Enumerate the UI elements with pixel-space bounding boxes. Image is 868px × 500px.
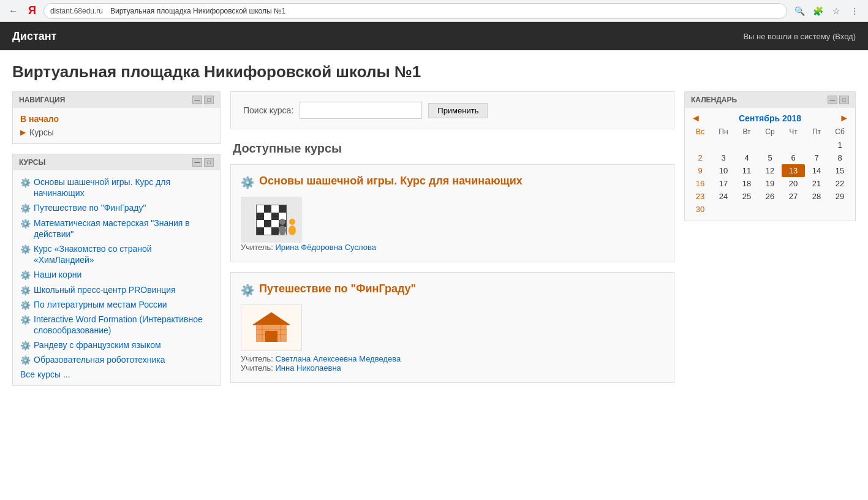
cal-day-12[interactable]: 12 [758,164,782,177]
courses-minimize-icon[interactable]: — [192,158,202,167]
cal-day-28[interactable]: 28 [805,190,828,203]
login-status: Вы не вошли в систему (Вход) [743,32,856,41]
cal-header-sat: Сб [828,126,851,137]
cal-day-8[interactable]: 8 [828,151,851,164]
courses-restore-icon[interactable]: □ [204,158,214,167]
teacher-name-1[interactable]: Ирина Фёдоровна Суслова [276,243,376,252]
nav-minimize-icon[interactable]: — [192,96,202,104]
cal-day-21[interactable]: 21 [805,177,828,190]
cal-day-empty [782,138,805,151]
cal-day-14[interactable]: 14 [805,164,828,177]
cal-day-10[interactable]: 10 [712,164,735,177]
teacher2-name-2[interactable]: Инна Николаевна [276,363,341,373]
cal-day-1[interactable]: 1 [828,138,851,151]
fingrad-logo [247,309,296,346]
cal-day-22[interactable]: 22 [828,177,851,190]
teacher2-label-2: Учитель: [241,363,273,373]
cal-day-20[interactable]: 20 [782,177,805,190]
all-courses-link[interactable]: Все курсы ... [20,369,213,379]
cal-day-16[interactable]: 16 [689,177,712,190]
teacher-name-2[interactable]: Светлана Алексеевна Медведева [276,354,401,363]
cal-day-2[interactable]: 2 [689,151,712,164]
sidebar-course-item-9[interactable]: ⚙️ Рандеву с французским языком [20,339,213,350]
nav-arrow-icon: ▶ [20,128,26,137]
cal-day-15[interactable]: 15 [828,164,851,177]
cal-day-26[interactable]: 26 [758,190,782,203]
sidebar-course-label-3: Математическая мастерская "Знания в дейс… [34,218,213,240]
navigation-block-header: НАВИГАЦИЯ — □ [13,92,220,108]
cal-day-18[interactable]: 18 [735,177,758,190]
sidebar-course-label-5: Наши корни [34,269,81,280]
calendar-minimize-icon[interactable]: — [828,96,837,104]
sidebar-course-label-9: Рандеву с французским языком [34,339,161,350]
sidebar-course-item-6[interactable]: ⚙️ Школьный пресс-центр PROвинция [20,284,213,295]
cal-day-4[interactable]: 4 [735,151,758,164]
browser-bookmark-btn[interactable]: ☆ [829,4,843,18]
cal-header-sun: Вс [689,126,712,137]
sidebar-course-item-1[interactable]: ⚙️ Основы шашечной игры. Курс для начина… [20,176,213,199]
course-icon-7: ⚙️ [20,300,30,309]
cal-day-9[interactable]: 9 [689,164,712,177]
cal-day-23[interactable]: 23 [689,190,712,203]
cal-day-empty [712,203,735,216]
calendar-day-headers: Вс Пн Вт Ср Чт Пт Сб [689,126,851,137]
calendar-next-button[interactable]: ► [839,113,849,124]
search-apply-button[interactable]: Применить [428,103,488,118]
cal-day-empty [805,138,828,151]
sidebar-course-item-4[interactable]: ⚙️ Курс «Знакомство со страной «ХимЛанди… [20,243,213,265]
cal-day-27[interactable]: 27 [782,190,805,203]
cal-day-empty [805,203,828,216]
cal-day-empty [782,203,805,216]
sidebar-course-item-2[interactable]: ⚙️ Путешествие по "ФинГраду" [20,202,213,213]
search-input[interactable] [300,102,422,119]
cal-day-13-today[interactable]: 13 [782,164,805,177]
sidebar-course-item-8[interactable]: ⚙️ Interactive Word Formation (Интеракти… [20,314,213,336]
browser-menu-btn[interactable]: ⋮ [847,4,862,18]
cal-day-11[interactable]: 11 [735,164,758,177]
sidebar-course-item-7[interactable]: ⚙️ По литературным местам России [20,299,213,310]
sidebar-course-item-10[interactable]: ⚙️ Образовательная робототехника [20,354,213,365]
cal-day-29[interactable]: 29 [828,190,851,203]
cal-week-2: 2 3 4 5 6 7 8 [689,151,851,164]
sidebar-course-label-8: Interactive Word Formation (Интерактивно… [34,314,213,336]
cal-day-30[interactable]: 30 [689,203,712,216]
courses-block-header: КУРСЫ — □ [13,154,220,170]
cal-day-19[interactable]: 19 [758,177,782,190]
sidebar-course-item-5[interactable]: ⚙️ Наши корни [20,269,213,280]
course-card-icon-2: ⚙️ [241,284,254,297]
sidebar-course-item-3[interactable]: ⚙️ Математическая мастерская "Знания в д… [20,218,213,240]
calendar-month-year: Сентябрь 2018 [739,113,801,123]
cal-day-25[interactable]: 25 [735,190,758,203]
cal-header-tue: Вт [735,126,758,137]
right-sidebar: КАЛЕНДАРЬ — □ ◄ Сентябрь 2018 ► Вс Пн Вт [684,91,856,221]
calendar-restore-icon[interactable]: □ [839,96,849,104]
sidebar-course-label-7: По литературным местам России [34,299,167,310]
svg-point-3 [279,225,286,235]
url-title: Виртуальная площадка Никифоровской школы… [110,7,286,15]
back-button[interactable]: ← [6,4,21,18]
nav-restore-icon[interactable]: □ [204,96,214,104]
calendar-block: КАЛЕНДАРЬ — □ ◄ Сентябрь 2018 ► Вс Пн Вт [684,91,856,221]
page-title: Виртуальная площадка Никифоровской школы… [12,63,856,81]
course-icon-5: ⚙️ [20,270,30,279]
cal-day-17[interactable]: 17 [712,177,735,190]
course-card-2: ⚙️ Путешествие по "ФинГраду" [230,272,674,383]
cal-day-3[interactable]: 3 [712,151,735,164]
cal-header-mon: Пн [712,126,735,137]
course-icon-2: ⚙️ [20,203,30,213]
calendar-prev-button[interactable]: ◄ [691,113,701,124]
nav-block-icons: — □ [192,96,214,104]
browser-ext-btn[interactable]: 🧩 [810,4,825,18]
cal-week-4: 16 17 18 19 20 21 22 [689,177,851,190]
nav-courses-item[interactable]: ▶ Курсы [20,127,213,137]
course-icon-1: ⚙️ [20,177,30,187]
cal-day-5[interactable]: 5 [758,151,782,164]
cal-day-6[interactable]: 6 [782,151,805,164]
cal-day-24[interactable]: 24 [712,190,735,203]
cal-day-7[interactable]: 7 [805,151,828,164]
nav-home-item[interactable]: В начало [20,114,213,124]
browser-search-btn[interactable]: 🔍 [792,4,807,18]
available-courses-heading: Доступные курсы [230,142,674,156]
navigation-heading: НАВИГАЦИЯ [19,96,65,104]
cal-day-empty [735,203,758,216]
